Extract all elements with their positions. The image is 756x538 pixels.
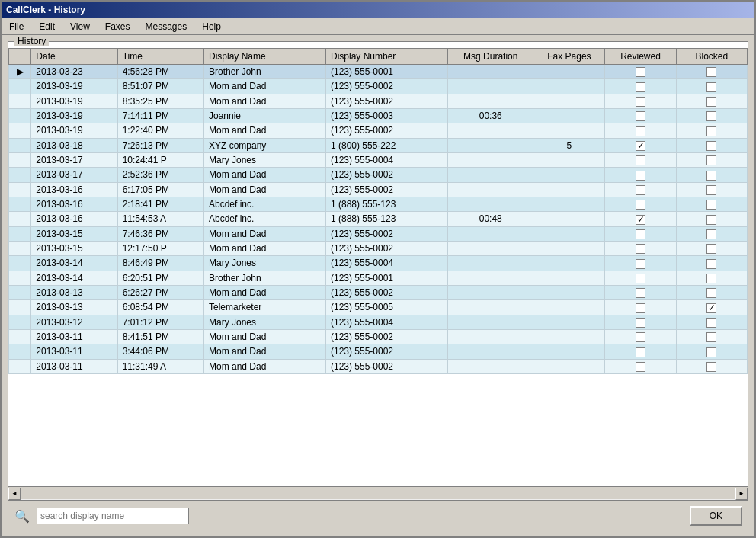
table-row[interactable]: 2013-03-136:08:54 PMTelemarketer(123) 55… <box>9 300 748 315</box>
reviewed-checkbox[interactable] <box>636 200 645 210</box>
reviewed-checkbox[interactable] <box>636 332 645 342</box>
blocked-checkbox[interactable] <box>706 274 716 283</box>
row-reviewed[interactable] <box>605 271 676 285</box>
row-reviewed[interactable] <box>605 108 676 123</box>
blocked-checkbox[interactable] <box>706 229 716 239</box>
blocked-checkbox[interactable] <box>706 67 716 77</box>
reviewed-checkbox[interactable] <box>636 288 645 298</box>
col-time[interactable]: Time <box>117 49 203 65</box>
row-blocked[interactable] <box>676 94 747 108</box>
reviewed-checkbox[interactable] <box>636 126 645 136</box>
table-row[interactable]: 2013-03-1710:24:41 PMary Jones(123) 555-… <box>9 152 748 167</box>
row-blocked[interactable] <box>676 138 747 152</box>
table-row[interactable]: 2013-03-148:46:49 PMMary Jones(123) 555-… <box>9 256 748 271</box>
row-blocked[interactable] <box>676 65 747 79</box>
blocked-checkbox[interactable] <box>706 259 716 269</box>
col-msg-duration[interactable]: Msg Duration <box>447 49 533 65</box>
row-reviewed[interactable] <box>605 359 676 373</box>
row-blocked[interactable] <box>676 168 747 182</box>
blocked-checkbox[interactable] <box>706 155 716 165</box>
table-row[interactable]: 2013-03-136:26:27 PMMom and Dad(123) 555… <box>9 285 748 299</box>
table-row[interactable]: 2013-03-1611:54:53 AAbcdef inc.1 (888) 5… <box>9 212 748 226</box>
scroll-left-button[interactable]: ◄ <box>8 488 21 500</box>
table-row[interactable]: 2013-03-187:26:13 PMXYZ company1 (800) 5… <box>9 138 748 152</box>
row-blocked[interactable] <box>676 197 747 211</box>
blocked-checkbox[interactable] <box>706 332 716 342</box>
row-blocked[interactable] <box>676 79 747 94</box>
reviewed-checkbox[interactable] <box>636 215 645 225</box>
blocked-checkbox[interactable] <box>706 318 716 328</box>
table-row[interactable]: 2013-03-162:18:41 PMAbcdef inc.1 (888) 5… <box>9 197 748 211</box>
reviewed-checkbox[interactable] <box>636 318 645 328</box>
table-row[interactable]: 2013-03-197:14:11 PMJoannie(123) 555-000… <box>9 108 748 123</box>
reviewed-checkbox[interactable] <box>636 229 645 239</box>
table-row[interactable]: 2013-03-172:52:36 PMMom and Dad(123) 555… <box>9 168 748 182</box>
blocked-checkbox[interactable] <box>706 97 716 107</box>
row-reviewed[interactable] <box>605 94 676 108</box>
row-reviewed[interactable] <box>605 329 676 344</box>
table-row[interactable]: 2013-03-127:01:12 PMMary Jones(123) 555-… <box>9 315 748 329</box>
reviewed-checkbox[interactable] <box>636 244 645 254</box>
reviewed-checkbox[interactable] <box>636 259 645 269</box>
reviewed-checkbox[interactable] <box>636 111 645 121</box>
table-row[interactable]: 2013-03-1512:17:50 PMom and Dad(123) 555… <box>9 241 748 255</box>
table-row[interactable]: 2013-03-1111:31:49 AMom and Dad(123) 555… <box>9 359 748 373</box>
row-blocked[interactable] <box>676 226 747 241</box>
menu-edit[interactable]: Edit <box>34 20 59 34</box>
blocked-checkbox[interactable] <box>706 288 716 298</box>
row-reviewed[interactable] <box>605 168 676 182</box>
reviewed-checkbox[interactable] <box>636 303 645 313</box>
blocked-checkbox[interactable] <box>706 126 716 136</box>
row-reviewed[interactable] <box>605 344 676 359</box>
table-row[interactable]: 2013-03-157:46:36 PMMom and Dad(123) 555… <box>9 226 748 241</box>
menu-faxes[interactable]: Faxes <box>101 20 135 34</box>
row-reviewed[interactable] <box>605 285 676 299</box>
row-reviewed[interactable] <box>605 123 676 138</box>
blocked-checkbox[interactable] <box>706 303 716 313</box>
col-fax-pages[interactable]: Fax Pages <box>533 49 605 65</box>
row-reviewed[interactable] <box>605 226 676 241</box>
row-reviewed[interactable] <box>605 182 676 197</box>
blocked-checkbox[interactable] <box>706 362 716 372</box>
col-display-number[interactable]: Display Number <box>325 49 447 65</box>
row-reviewed[interactable] <box>605 138 676 152</box>
row-blocked[interactable] <box>676 108 747 123</box>
reviewed-checkbox[interactable] <box>636 274 645 283</box>
row-reviewed[interactable] <box>605 212 676 226</box>
table-row[interactable]: 2013-03-191:22:40 PMMom and Dad(123) 555… <box>9 123 748 138</box>
reviewed-checkbox[interactable] <box>636 347 645 357</box>
menu-file[interactable]: File <box>5 20 28 34</box>
reviewed-checkbox[interactable] <box>636 82 645 92</box>
row-blocked[interactable] <box>676 123 747 138</box>
row-reviewed[interactable] <box>605 300 676 315</box>
menu-messages[interactable]: Messages <box>141 20 192 34</box>
menu-view[interactable]: View <box>66 20 94 34</box>
menu-help[interactable]: Help <box>197 20 226 34</box>
blocked-checkbox[interactable] <box>706 347 716 357</box>
reviewed-checkbox[interactable] <box>636 171 645 181</box>
row-blocked[interactable] <box>676 359 747 373</box>
blocked-checkbox[interactable] <box>706 244 716 254</box>
row-blocked[interactable] <box>676 344 747 359</box>
table-row[interactable]: 2013-03-166:17:05 PMMom and Dad(123) 555… <box>9 182 748 197</box>
row-blocked[interactable] <box>676 329 747 344</box>
blocked-checkbox[interactable] <box>706 171 716 181</box>
row-blocked[interactable] <box>676 256 747 271</box>
row-blocked[interactable] <box>676 300 747 315</box>
table-row[interactable]: 2013-03-198:51:07 PMMom and Dad(123) 555… <box>9 79 748 94</box>
scroll-track[interactable] <box>21 488 735 500</box>
table-row[interactable]: 2013-03-118:41:51 PMMom and Dad(123) 555… <box>9 329 748 344</box>
row-reviewed[interactable] <box>605 315 676 329</box>
row-blocked[interactable] <box>676 285 747 299</box>
horizontal-scrollbar[interactable]: ◄ ► <box>8 486 748 500</box>
col-date[interactable]: Date <box>31 49 117 65</box>
blocked-checkbox[interactable] <box>706 141 716 151</box>
col-display-name[interactable]: Display Name <box>203 49 325 65</box>
col-reviewed[interactable]: Reviewed <box>605 49 676 65</box>
reviewed-checkbox[interactable] <box>636 141 645 151</box>
row-blocked[interactable] <box>676 241 747 255</box>
row-reviewed[interactable] <box>605 152 676 167</box>
row-blocked[interactable] <box>676 182 747 197</box>
table-row[interactable]: ▶2013-03-234:56:28 PMBrother John(123) 5… <box>9 65 748 79</box>
blocked-checkbox[interactable] <box>706 215 716 225</box>
